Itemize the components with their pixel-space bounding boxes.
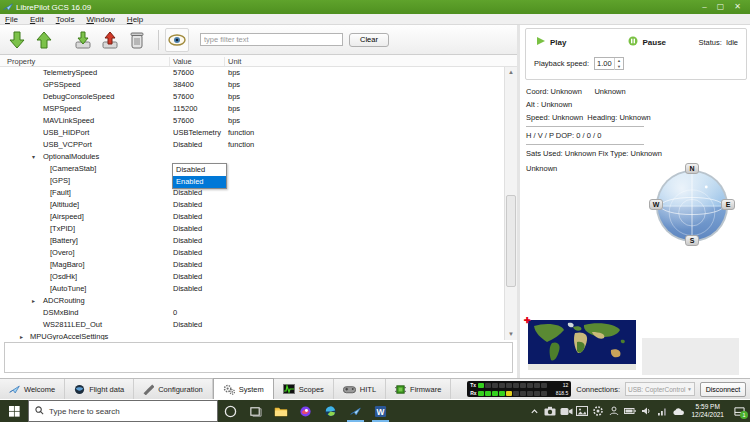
tab-flight-data[interactable]: Flight data xyxy=(65,379,134,399)
menu-file[interactable]: File xyxy=(5,15,18,24)
tree-row-txpid[interactable]: [TxPID]Disabled xyxy=(0,223,517,235)
tree-row-gps[interactable]: [GPS] xyxy=(0,175,517,187)
tree-row-dsmxbind[interactable]: DSMxBind0 xyxy=(0,307,517,319)
tree-row-mspspeed[interactable]: MSPSpeed115200bps xyxy=(0,103,517,115)
menu-help[interactable]: Help xyxy=(127,15,143,24)
tray-battery[interactable] xyxy=(623,403,637,419)
column-value[interactable]: Value xyxy=(173,57,192,66)
start-button[interactable] xyxy=(0,400,28,422)
menu-window[interactable]: Window xyxy=(86,15,114,24)
taskbar-app-cortana[interactable] xyxy=(218,400,243,422)
menu-edit[interactable]: Edit xyxy=(30,15,44,24)
tree-row-altitude[interactable]: [Altitude]Disabled xyxy=(0,199,517,211)
tray-videocam[interactable] xyxy=(559,403,573,419)
tree-row-usb_vcpport[interactable]: USB_VCPPortDisabledfunction xyxy=(0,139,517,151)
close-button[interactable]: ✕ xyxy=(734,2,741,12)
tree-row-osdhk[interactable]: [OsdHk]Disabled xyxy=(0,271,517,283)
tab-hitl[interactable]: HITL xyxy=(334,379,386,399)
property-value[interactable]: 0 xyxy=(173,307,177,319)
tree-row-telemetryspeed[interactable]: TelemetrySpeed57600bps xyxy=(0,67,517,79)
play-button[interactable]: Play xyxy=(536,36,566,48)
taskbar-app-word[interactable]: W xyxy=(368,400,393,422)
connection-select[interactable]: USB: CopterControl ▼ xyxy=(625,382,695,396)
column-unit[interactable]: Unit xyxy=(228,57,241,66)
property-value[interactable]: 115200 xyxy=(173,103,197,115)
tray-network[interactable] xyxy=(655,403,669,419)
expander-closed-icon[interactable]: ▸ xyxy=(32,295,35,307)
tree-row-overo[interactable]: [Overo]Disabled xyxy=(0,247,517,259)
minimize-button[interactable]: – xyxy=(702,2,706,12)
tray-speaker[interactable] xyxy=(639,403,653,419)
expander-open-icon[interactable]: ▾ xyxy=(32,151,35,163)
tray-cloud[interactable] xyxy=(671,403,685,419)
property-value[interactable]: Disabled xyxy=(173,235,202,247)
tree-row-ws2811led_out[interactable]: WS2811LED_OutDisabled xyxy=(0,319,517,331)
property-value[interactable]: 38400 xyxy=(173,79,194,91)
taskbar-clock[interactable]: 5:59 PM 12/24/2021 xyxy=(687,403,728,419)
tray-camera[interactable] xyxy=(543,403,557,419)
property-value[interactable]: Disabled xyxy=(173,247,202,259)
restore-button[interactable]: ▢ xyxy=(717,2,725,12)
dropdown-option-enabled[interactable]: Enabled xyxy=(173,176,226,188)
tree-row-airspeed[interactable]: [Airspeed]Disabled xyxy=(0,211,517,223)
property-value[interactable]: Disabled xyxy=(173,139,202,151)
trash-button[interactable] xyxy=(125,28,149,52)
tree-row-camerastab[interactable]: [CameraStab] xyxy=(0,163,517,175)
scrollbar-thumb[interactable] xyxy=(506,195,516,287)
property-value[interactable]: Disabled xyxy=(173,199,202,211)
taskbar-app-folder[interactable] xyxy=(268,400,293,422)
tree-row-mpugyroaccelsettings[interactable]: ▸MPUGyroAccelSettings xyxy=(0,331,517,340)
world-map[interactable] xyxy=(528,320,636,370)
tree-row-fault[interactable]: [Fault]Disabled xyxy=(0,187,517,199)
tray-person[interactable] xyxy=(607,403,621,419)
tray-gear[interactable] xyxy=(591,403,605,419)
taskbar-app-librepilot[interactable] xyxy=(343,400,368,422)
tab-welcome[interactable]: Welcome xyxy=(0,379,65,399)
tray-photo[interactable] xyxy=(575,403,589,419)
tree-row-gpsspeed[interactable]: GPSSpeed38400bps xyxy=(0,79,517,91)
taskbar-app-taskview[interactable] xyxy=(243,400,268,422)
playback-speed-spinner[interactable]: 1.00 ▲▼ xyxy=(594,57,624,70)
export-uav-button[interactable] xyxy=(98,28,122,52)
tree-row-adcrouting[interactable]: ▸ADCRouting xyxy=(0,295,517,307)
property-value[interactable]: Disabled xyxy=(173,211,202,223)
tab-firmware[interactable]: Firmware xyxy=(386,379,451,399)
property-value[interactable]: 57600 xyxy=(173,115,194,127)
spinner-arrows-icon[interactable]: ▲▼ xyxy=(614,58,623,70)
expander-closed-icon[interactable]: ▸ xyxy=(20,331,23,340)
taskbar-app-paint[interactable] xyxy=(293,400,318,422)
import-uav-button[interactable] xyxy=(71,28,95,52)
property-value[interactable]: Disabled xyxy=(173,271,202,283)
action-center-icon[interactable]: 1 xyxy=(730,403,748,419)
column-property[interactable]: Property xyxy=(7,57,35,66)
taskbar-app-edge[interactable] xyxy=(318,400,343,422)
tree-column-header[interactable]: Property Value Unit xyxy=(0,55,517,67)
disconnect-button[interactable]: Disconnect xyxy=(700,382,746,397)
property-value[interactable]: Disabled xyxy=(173,319,202,331)
tab-system[interactable]: System xyxy=(213,378,274,399)
tree-scrollbar[interactable]: ▲ ▼ xyxy=(504,67,517,340)
tab-scopes[interactable]: Scopes xyxy=(274,379,334,399)
arrow-up-green-button[interactable] xyxy=(32,28,56,52)
tree-row-debugconsolespeed[interactable]: DebugConsoleSpeed57600bps xyxy=(0,91,517,103)
property-value[interactable]: Disabled xyxy=(173,283,202,295)
scroll-up-icon[interactable]: ▲ xyxy=(505,67,517,78)
property-value[interactable]: USBTelemetry xyxy=(173,127,221,139)
menu-tools[interactable]: Tools xyxy=(56,15,75,24)
filter-input[interactable] xyxy=(200,33,343,46)
tray-caret-up[interactable] xyxy=(527,403,541,419)
scroll-down-icon[interactable]: ▼ xyxy=(505,329,517,340)
property-value[interactable]: 57600 xyxy=(173,67,194,79)
property-value[interactable]: Disabled xyxy=(173,259,202,271)
tree-row-usb_hidport[interactable]: USB_HIDPortUSBTelemetryfunction xyxy=(0,127,517,139)
property-value[interactable]: 57600 xyxy=(173,91,194,103)
tree-row-battery[interactable]: [Battery]Disabled xyxy=(0,235,517,247)
arrow-down-green-button[interactable] xyxy=(5,28,29,52)
taskbar-search[interactable]: Type here to search xyxy=(28,400,218,422)
tree-row-autotune[interactable]: [AutoTune]Disabled xyxy=(0,283,517,295)
clear-filter-button[interactable]: Clear xyxy=(349,33,389,47)
pause-button[interactable]: Pause xyxy=(628,36,666,48)
tree-row-magbaro[interactable]: [MagBaro]Disabled xyxy=(0,259,517,271)
tab-configuration[interactable]: Configuration xyxy=(134,379,213,399)
dropdown-option-disabled[interactable]: Disabled xyxy=(173,164,226,176)
